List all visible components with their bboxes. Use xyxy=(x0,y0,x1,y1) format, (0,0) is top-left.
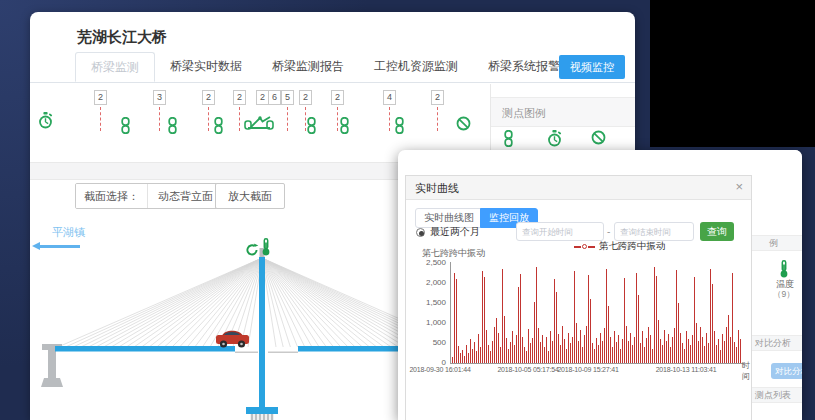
bar xyxy=(452,357,453,363)
sensor-count-badge[interactable]: 2 xyxy=(94,90,107,105)
blank-video-region xyxy=(650,0,815,147)
sensor-dashed-line xyxy=(437,107,438,131)
bar xyxy=(570,343,571,363)
main-tab-1[interactable]: 桥梁实时数据 xyxy=(155,52,257,82)
chart-legend[interactable]: 第七跨跨中振动 xyxy=(574,240,666,253)
bar xyxy=(646,338,647,363)
video-monitor-button[interactable]: 视频监控 xyxy=(559,55,625,79)
bar xyxy=(584,335,585,363)
bar xyxy=(564,339,565,363)
chain-icon[interactable] xyxy=(120,117,131,134)
sensor-count-badge[interactable]: 4 xyxy=(383,90,396,105)
bar xyxy=(736,347,737,363)
bar xyxy=(542,335,543,363)
bar xyxy=(718,339,719,363)
chain-icon[interactable] xyxy=(167,117,178,134)
sensor-count-badge[interactable]: 2 xyxy=(431,90,444,105)
bar xyxy=(558,334,559,363)
end-time-input[interactable] xyxy=(614,222,694,241)
section-select-dropdown[interactable]: 动态背立面 xyxy=(148,184,219,208)
bar xyxy=(690,345,691,363)
bar xyxy=(660,339,661,363)
main-tab-2[interactable]: 桥梁监测报告 xyxy=(257,52,359,82)
y-tick-label: 1,000 xyxy=(406,318,446,327)
bar xyxy=(526,351,527,363)
bar xyxy=(514,345,515,363)
bar xyxy=(710,269,711,363)
y-tick-label: 2,500 xyxy=(406,258,446,267)
chain-icon[interactable] xyxy=(503,130,514,151)
bar xyxy=(596,338,597,363)
y-tick-label: 2,000 xyxy=(406,278,446,287)
temperature-count: （9） xyxy=(773,289,795,301)
zoom-section-button[interactable]: 放大截面 xyxy=(215,183,285,209)
bar xyxy=(732,273,733,363)
main-tab-0[interactable]: 桥梁监测 xyxy=(75,52,155,82)
bar xyxy=(598,345,599,363)
rotate-sensor-icon[interactable] xyxy=(245,243,259,261)
bar xyxy=(720,350,721,363)
query-button[interactable]: 查询 xyxy=(700,222,734,241)
bar xyxy=(638,295,639,363)
bar xyxy=(544,347,545,363)
bar xyxy=(626,326,627,363)
sensor-count-badge[interactable]: 2 xyxy=(233,90,246,105)
ban-icon[interactable] xyxy=(456,116,471,131)
compare-section-header: 对比分析 xyxy=(752,335,802,351)
sensor-count-marker[interactable]: 2 xyxy=(431,90,444,131)
close-icon[interactable]: × xyxy=(735,179,743,194)
bar xyxy=(652,349,653,363)
sensor-count-badge[interactable]: 6 xyxy=(268,90,281,105)
sensor-count-badge[interactable]: 2 xyxy=(299,90,312,105)
sensor-count-badge[interactable]: 2 xyxy=(202,90,215,105)
bar xyxy=(522,337,523,363)
bar xyxy=(592,343,593,363)
compare-button[interactable]: 对比分析 xyxy=(771,363,802,379)
bar xyxy=(708,343,709,363)
thermometer-icon[interactable] xyxy=(261,238,271,260)
timer-icon[interactable] xyxy=(38,112,53,130)
bar xyxy=(602,341,603,363)
bar xyxy=(676,270,677,363)
bar xyxy=(460,353,461,363)
chain-icon[interactable] xyxy=(394,117,405,134)
chain-icon[interactable] xyxy=(213,117,224,134)
bar xyxy=(580,330,581,363)
bar xyxy=(600,333,601,363)
timer-icon[interactable] xyxy=(547,130,562,152)
bar xyxy=(490,351,491,363)
sensor-count-marker[interactable]: 5 xyxy=(281,90,294,131)
sensor-count-marker[interactable]: 6 xyxy=(268,90,281,105)
bar xyxy=(568,333,569,363)
bar xyxy=(486,330,487,363)
recent-two-months-radio[interactable]: 最近两个月 xyxy=(416,225,480,239)
bar xyxy=(712,284,713,363)
sensor-count-badge[interactable]: 5 xyxy=(281,90,294,105)
bar xyxy=(692,335,693,363)
sensor-count-badge[interactable]: 3 xyxy=(153,90,166,105)
ban-icon[interactable] xyxy=(591,130,606,149)
bar xyxy=(734,342,735,363)
bar xyxy=(538,328,539,363)
chain-icon[interactable] xyxy=(306,117,317,134)
sensor-count-marker[interactable]: 3 xyxy=(153,90,166,131)
bar xyxy=(614,331,615,363)
bar xyxy=(610,337,611,363)
main-tab-3[interactable]: 工控机资源监测 xyxy=(359,52,473,82)
bar xyxy=(674,328,675,363)
x-tick-label: 2018-09-30 16:01:44 xyxy=(409,366,470,373)
bar xyxy=(468,353,469,363)
start-time-input[interactable] xyxy=(516,222,604,241)
special-icon[interactable] xyxy=(244,113,274,132)
sensor-count-marker[interactable]: 2 xyxy=(94,90,107,131)
bar xyxy=(554,279,555,363)
chain-icon[interactable] xyxy=(339,117,350,134)
legend-panel: 测点图例 xyxy=(490,84,635,150)
bar xyxy=(608,306,609,363)
bar xyxy=(508,349,509,363)
radio-icon[interactable] xyxy=(416,228,425,237)
bar xyxy=(728,315,729,363)
dialog-header: 实时曲线 × xyxy=(406,176,751,200)
sensor-count-badge[interactable]: 2 xyxy=(331,90,344,105)
bar xyxy=(726,327,727,363)
